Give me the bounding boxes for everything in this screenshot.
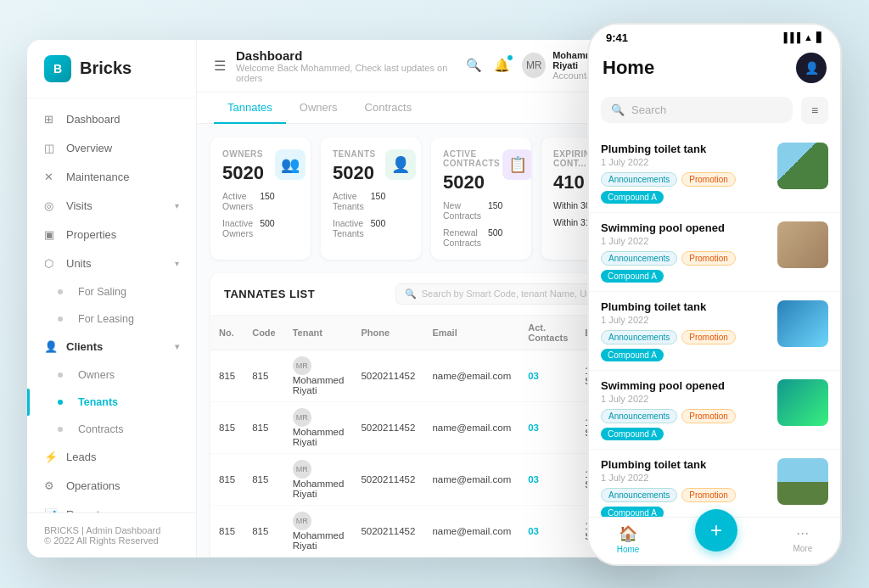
cell-no: 815 <box>210 453 244 505</box>
sidebar-item-contracts[interactable]: Contracts <box>27 416 196 443</box>
stat-sub: Inactive Tenants 500 <box>333 218 385 238</box>
sidebar-item-properties[interactable]: ▣ Properties <box>27 221 196 249</box>
fab-button[interactable]: + <box>695 509 737 552</box>
header-left: ☰ Dashboard Welcome Back Mohammed, Check… <box>214 48 466 83</box>
stat-sub-value: 150 <box>371 191 386 211</box>
mobile-header: Home 👤 <box>589 48 840 92</box>
col-tenant: Tenant <box>284 316 353 350</box>
cell-no: 815 <box>210 350 244 401</box>
table-row[interactable]: 815 815 MR Mohammed Riyati 5020211452 na… <box>210 505 642 557</box>
wifi-icon: ▲ <box>804 32 813 42</box>
stat-sub-key: Renewal Contracts <box>443 227 481 248</box>
feed-title: Plumbing toilet tank <box>601 143 769 155</box>
bottom-nav-more[interactable]: ··· More <box>793 524 812 553</box>
sidebar-item-label: For Saling <box>78 286 126 298</box>
home-icon: 🏠 <box>619 524 637 543</box>
table-header: TANNATES LIST 🔍 Search by Smart Code, te… <box>210 273 642 316</box>
desktop-app: B Bricks ⊞ Dashboard ◫ Overview ✕ Mainte… <box>27 40 655 557</box>
stat-sub-value: 500 <box>371 218 386 238</box>
sidebar-item-label: Owners <box>78 369 115 381</box>
cell-tenant: MR Mohammed Riyati <box>284 453 353 505</box>
feed-item[interactable]: Plumbing toilet tank 1 July 2022 Announc… <box>589 134 840 213</box>
sidebar-item-for-saling[interactable]: For Saling <box>27 278 196 305</box>
avatar-icon: 👤 <box>805 61 819 75</box>
sidebar-item-label: Operations <box>66 479 121 492</box>
maintenance-icon: ✕ <box>44 171 58 184</box>
leads-icon: ⚡ <box>44 451 58 464</box>
search-icon[interactable]: 🔍 <box>466 58 482 73</box>
sidebar-item-overview[interactable]: ◫ Overview <box>27 134 196 163</box>
clients-icon: 👤 <box>44 340 58 354</box>
operations-icon: ⚙ <box>44 479 58 493</box>
sidebar-footer: BRICKS | Admin Dashboard © 2022 All Righ… <box>27 512 196 557</box>
footer-brand: BRICKS | Admin Dashboard <box>44 525 179 535</box>
col-no: No. <box>210 316 244 350</box>
feed-tag: Announcements <box>601 330 677 344</box>
dot-icon <box>58 427 63 432</box>
table-row[interactable]: 815 815 MR Mohammed Riyati 5020211452 na… <box>210 453 642 505</box>
avatar: MR <box>522 53 546 78</box>
table-row[interactable]: 815 815 MR Mohammed Riyati 5020211452 na… <box>210 401 642 453</box>
feed-item[interactable]: Swimming pool opened 1 July 2022 Announc… <box>589 213 840 292</box>
table-row[interactable]: 815 815 MR Mohammed Riyati 5020211452 na… <box>210 557 642 557</box>
sidebar-item-label: Contracts <box>78 423 124 435</box>
chevron-down-icon: ▾ <box>175 259 179 268</box>
sidebar-item-reports[interactable]: 📊 Reports <box>27 501 196 512</box>
cell-tenant: MR Mohammed Riyati <box>284 505 353 557</box>
feed-tag: Compound A <box>601 428 664 440</box>
tab-tannates[interactable]: Tannates <box>214 92 286 124</box>
logo-icon: B <box>44 55 71 82</box>
sidebar-item-leads[interactable]: ⚡ Leads <box>27 443 196 472</box>
mobile-app: 9:41 ▐▐▐ ▲ ▋ Home 👤 🔍 Search ≡ Plumbing … <box>587 23 842 566</box>
cell-tenant: MR Mohammed Riyati <box>284 401 353 453</box>
cell-tenant: MR Mohammed Riyati <box>284 350 353 401</box>
cell-phone: 5020211452 <box>352 453 423 505</box>
sidebar-item-clients[interactable]: 👤 Clients ▾ <box>27 333 196 361</box>
notifications-icon[interactable]: 🔔 <box>494 58 510 73</box>
col-phone: Phone <box>352 316 423 350</box>
filter-icon[interactable]: ≡ <box>801 97 828 124</box>
feed-date: 1 July 2022 <box>601 315 769 325</box>
stat-sub: Active Owners 150 <box>222 191 275 211</box>
tab-contracts[interactable]: Contracts <box>351 92 426 124</box>
feed-tags: AnnouncementsPromotionCompound A <box>601 488 769 517</box>
feed-tags: AnnouncementsPromotionCompound A <box>601 330 769 361</box>
tenant-avatar: MR <box>293 356 311 375</box>
dot-icon <box>58 372 63 378</box>
feed-item[interactable]: Plumbing toilet tank 1 July 2022 Announc… <box>589 292 840 371</box>
cell-no: 815 <box>210 557 244 557</box>
sidebar-item-for-leasing[interactable]: For Leasing <box>27 305 196 333</box>
feed-text: Plumbing toilet tank 1 July 2022 Announc… <box>601 143 769 204</box>
stat-sub: Active Tenants 150 <box>333 191 385 211</box>
bottom-nav-label: Home <box>617 545 640 554</box>
mobile-search-box[interactable]: 🔍 Search <box>601 97 793 123</box>
col-code: Code <box>244 316 284 350</box>
more-icon: ··· <box>796 524 809 542</box>
mobile-avatar[interactable]: 👤 <box>796 53 827 83</box>
feed-tag: Promotion <box>681 251 736 266</box>
sidebar-item-tenants[interactable]: Tenants <box>27 389 196 416</box>
search-placeholder: Search <box>631 104 666 116</box>
feed-item[interactable]: Swimming pool opened 1 July 2022 Announc… <box>589 371 840 450</box>
sidebar-item-maintenance[interactable]: ✕ Maintenance <box>27 163 196 192</box>
hamburger-icon[interactable]: ☰ <box>214 58 226 74</box>
stat-sub-key: Active Owners <box>222 191 253 211</box>
sidebar-item-dashboard[interactable]: ⊞ Dashboard <box>27 105 196 134</box>
bottom-nav-home[interactable]: 🏠 Home <box>617 524 640 554</box>
tab-owners[interactable]: Owners <box>286 92 351 124</box>
mobile-feed: Plumbing toilet tank 1 July 2022 Announc… <box>589 131 840 517</box>
feed-item[interactable]: Plumbing toilet tank 1 July 2022 Announc… <box>589 450 840 517</box>
tenant-avatar: MR <box>293 460 311 479</box>
sidebar-item-operations[interactable]: ⚙ Operations <box>27 472 196 501</box>
tabs-bar: Tannates Owners Contracts <box>197 92 655 124</box>
feed-thumbnail <box>777 379 828 426</box>
sidebar-item-owners[interactable]: Owners <box>27 361 196 389</box>
stat-sub-key: New Contracts <box>443 200 481 221</box>
sidebar-item-visits[interactable]: ◎ Visits ▾ <box>27 192 196 221</box>
table-row[interactable]: 815 815 MR Mohammed Riyati 5020211452 na… <box>210 350 642 401</box>
sidebar-item-units[interactable]: ⬡ Units ▾ <box>27 249 196 278</box>
stat-sub-value: 150 <box>488 200 503 221</box>
sidebar-item-label: Visits <box>66 199 93 212</box>
footer-copyright: © 2022 All Rights Reserved <box>44 535 179 546</box>
properties-icon: ▣ <box>44 228 58 242</box>
